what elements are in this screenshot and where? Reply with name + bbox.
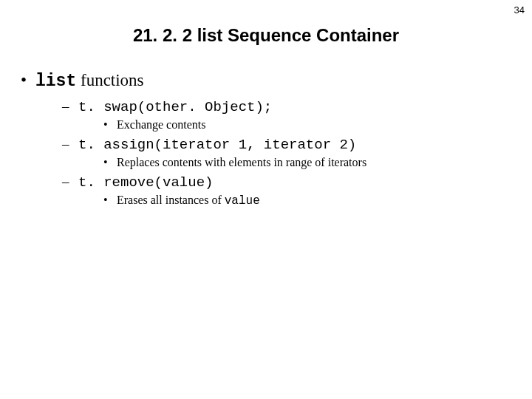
l2-code: t. swap(other. Object); (78, 99, 272, 115)
bullet-dot-small: • (103, 118, 117, 132)
bullet-level-2: –t. assign(iterator 1, iterator 2) (62, 136, 532, 153)
bullet-level-3: •Erases all instances of value (103, 194, 532, 208)
bullet-dash: – (62, 98, 78, 115)
bullet-level-2: –t. remove(value) (62, 174, 532, 191)
l2-code: t. remove(value) (78, 174, 213, 191)
l3-text: Replaces contents with elements in range… (117, 156, 366, 168)
l1-text: functions (76, 71, 143, 89)
bullet-level-3: •Replaces contents with elements in rang… (103, 156, 532, 169)
l2-code: t. assign(iterator 1, iterator 2) (78, 137, 356, 153)
slide-title: 21. 2. 2 list Sequence Container (0, 25, 532, 46)
page-number: 34 (514, 4, 525, 16)
bullet-level-1: •list functions (21, 71, 532, 91)
l3-text-prefix: Erases all instances of (117, 194, 225, 206)
l3-text: Exchange contents (117, 118, 205, 131)
bullet-dot-small: • (103, 194, 117, 207)
bullet-level-2: –t. swap(other. Object); (62, 98, 532, 115)
slide-content: •list functions –t. swap(other. Object);… (0, 71, 532, 208)
bullet-level-3: •Exchange contents (103, 118, 532, 132)
l3-text-mono: value (225, 194, 260, 208)
l1-code: list (35, 72, 76, 91)
bullet-dash: – (62, 136, 78, 152)
bullet-dot: • (21, 71, 35, 90)
bullet-dash: – (62, 174, 78, 190)
bullet-dot-small: • (103, 156, 117, 169)
